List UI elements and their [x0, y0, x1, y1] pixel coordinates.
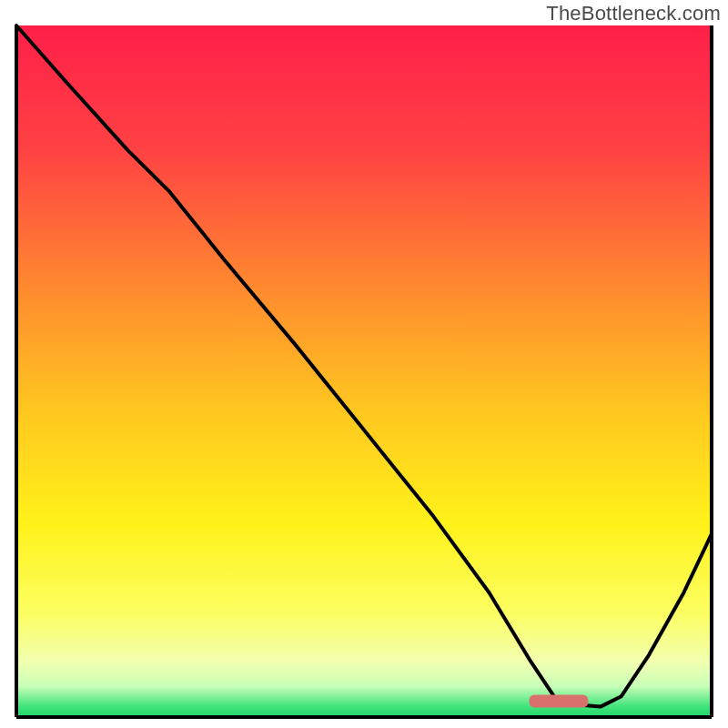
chart-container: TheBottleneck.com — [0, 0, 728, 728]
bottleneck-chart-svg — [0, 0, 728, 728]
optimal-marker — [529, 695, 588, 708]
watermark-text: TheBottleneck.com — [546, 2, 721, 25]
plot-area — [16, 25, 712, 717]
